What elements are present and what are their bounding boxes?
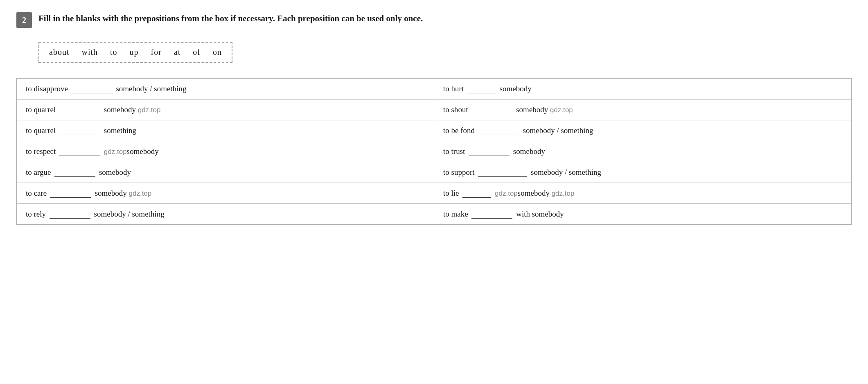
blank-7-right[interactable] <box>471 218 512 219</box>
blank-6-left[interactable] <box>50 197 91 198</box>
table-cell-left-3: to quarrel something <box>17 120 434 141</box>
table-cell-left-2: to quarrel somebody gdz.top <box>17 99 434 120</box>
preposition-at: at <box>174 47 180 56</box>
blank-3-right[interactable] <box>478 135 519 135</box>
blank-5-right[interactable] <box>478 176 527 177</box>
preposition-for: for <box>151 47 162 56</box>
watermark-3: gdz.top <box>550 106 573 114</box>
table-cell-left-4: to respect gdz.topsomebody <box>17 141 434 162</box>
table-row: to disapprove somebody / something to hu… <box>17 79 852 99</box>
exercise-header: 2 Fill in the blanks with the prepositio… <box>16 12 852 28</box>
blank-4-right[interactable] <box>469 156 510 156</box>
watermark-2: gdz.top <box>138 106 161 114</box>
table-cell-left-1: to disapprove somebody / something <box>17 79 434 99</box>
table-cell-right-5: to support somebody / something <box>434 162 852 183</box>
table-cell-right-6: to lie gdz.topsomebody gdz.top <box>434 183 852 204</box>
table-cell-left-7: to rely somebody / something <box>17 204 434 225</box>
table-cell-right-1: to hurt somebody <box>434 79 852 99</box>
preposition-with: with <box>81 47 98 56</box>
exercise-instruction: Fill in the blanks with the prepositions… <box>38 12 423 25</box>
watermark-4: gdz.top <box>104 148 127 156</box>
preposition-box: about with to up for at of on <box>38 42 232 63</box>
watermark-7: gdz.top <box>552 190 575 197</box>
watermark-5: gdz.top <box>129 190 152 197</box>
table-row: to argue somebody to support somebody / … <box>17 162 852 183</box>
table-row: to care somebody gdz.top to lie gdz.tops… <box>17 183 852 204</box>
table-cell-right-7: to make with somebody <box>434 204 852 225</box>
preposition-to: to <box>110 47 117 56</box>
table-cell-left-6: to care somebody gdz.top <box>17 183 434 204</box>
blank-6-right[interactable] <box>462 197 491 198</box>
blank-2-right[interactable] <box>471 114 512 114</box>
table-cell-right-4: to trust somebody <box>434 141 852 162</box>
exercise-table: to disapprove somebody / something to hu… <box>16 78 852 225</box>
preposition-up: up <box>130 47 139 56</box>
watermark-6: gdz.top <box>495 190 518 197</box>
blank-2-left[interactable] <box>59 114 100 114</box>
table-row: to quarrel something to be fond somebody… <box>17 120 852 141</box>
blank-1-right[interactable] <box>467 93 496 93</box>
table-cell-right-2: to shout somebody gdz.top <box>434 99 852 120</box>
preposition-about: about <box>49 47 69 56</box>
table-row: to quarrel somebody gdz.top to shout som… <box>17 99 852 120</box>
preposition-of: of <box>193 47 201 56</box>
blank-1-left[interactable] <box>72 93 113 93</box>
blank-5-left[interactable] <box>54 176 95 177</box>
blank-3-left[interactable] <box>59 135 100 135</box>
table-cell-right-3: to be fond somebody / something <box>434 120 852 141</box>
table-row: to rely somebody / something to make wit… <box>17 204 852 225</box>
blank-7-left[interactable] <box>50 218 90 219</box>
table-row: to respect gdz.topsomebody to trust some… <box>17 141 852 162</box>
exercise-number: 2 <box>16 12 32 28</box>
table-cell-left-5: to argue somebody <box>17 162 434 183</box>
preposition-on: on <box>213 47 222 56</box>
blank-4-left[interactable] <box>59 156 100 156</box>
